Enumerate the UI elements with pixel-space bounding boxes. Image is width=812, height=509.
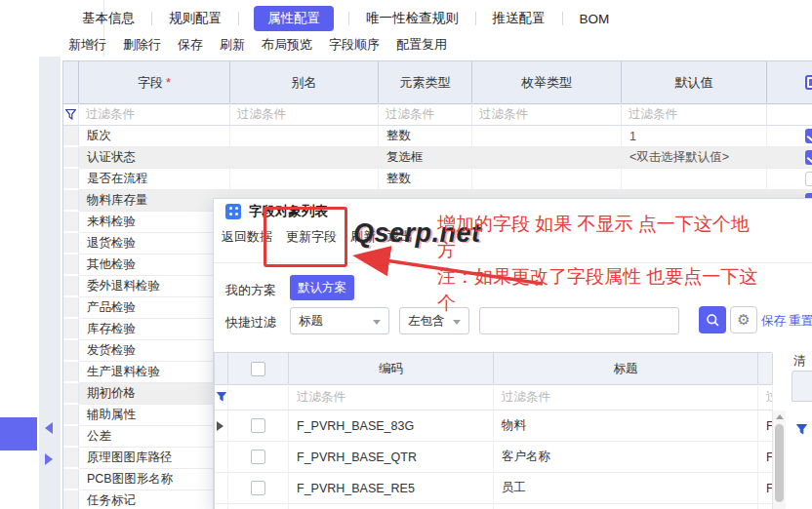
annotation-highlight-box (264, 207, 347, 267)
cell-field: 认证状态 (79, 147, 230, 169)
select-all-checkbox[interactable] (251, 362, 265, 376)
toolbar-item-6[interactable]: 配置复用 (396, 36, 447, 54)
row-indicator-cell (63, 319, 79, 340)
filter-input-code[interactable]: 过滤条件 (289, 384, 494, 411)
cell-field: 委外退料检验 (79, 276, 230, 297)
filter-input-stub: 过 (758, 384, 773, 411)
table-row[interactable]: 版次整数1 (63, 126, 812, 147)
tab-3[interactable]: 唯一性检查规则 (364, 6, 461, 31)
my-plan-label: 我的方案 (225, 282, 276, 299)
row-indicator-cell (63, 254, 79, 276)
tab-bar: 基本信息规则配置属性配置唯一性检查规则推送配置BOM (80, 6, 611, 31)
vertical-scrollbar[interactable] (772, 411, 786, 509)
cell-code: F_PVRH_BASE_RE5 (289, 473, 494, 504)
select-all-checkbox[interactable] (805, 75, 812, 90)
filter-field-select[interactable]: 标题 (290, 307, 389, 334)
cell-field: 任务标记 (79, 490, 230, 509)
default-plan-button[interactable]: 默认方案 (290, 275, 354, 300)
cell-field: 来料检验 (79, 212, 230, 233)
tab-5[interactable]: BOM (578, 8, 612, 30)
scrollbar-thumb[interactable] (775, 424, 784, 502)
toolbar-item-2[interactable]: 保存 (178, 36, 203, 54)
column-header-alias[interactable]: 别名 (230, 61, 379, 104)
row-checkbox[interactable] (251, 481, 265, 495)
filter-input-element-type[interactable]: 过滤条件 (379, 103, 472, 126)
column-header-stub (758, 353, 773, 385)
tab-0[interactable]: 基本信息 (80, 6, 137, 31)
row-indicator-cell (63, 212, 79, 233)
table-row[interactable]: 认证状态复选框<双击选择默认值> (63, 147, 812, 169)
column-header-default-value[interactable]: 默认值 (622, 61, 767, 104)
filter-cell[interactable] (215, 384, 228, 411)
row-checkbox[interactable] (805, 172, 812, 186)
column-header-element-type[interactable]: 元素类型 (379, 61, 472, 104)
cell-empty (215, 504, 228, 509)
toolbar-item-4[interactable]: 布局预览 (262, 36, 312, 54)
cell-checkbox (228, 411, 289, 442)
row-indicator-cell (63, 405, 79, 426)
tab-1[interactable]: 规则配置 (167, 6, 223, 31)
field-list-table: 编码 标题 过滤条件 过滤条件 过 F_PVRH_BASE_83G物料F_IF_… (214, 352, 772, 509)
cell-field: 原理图图库路径 (79, 448, 230, 469)
row-indicator-cell (215, 442, 228, 473)
column-header-title[interactable]: 标题 (494, 353, 758, 385)
header-indicator-cell (63, 61, 79, 104)
current-row-icon (217, 421, 223, 431)
cell-empty (228, 504, 289, 509)
cell-code: F_PVRH_BASE_QTR (289, 442, 494, 473)
cell-field: 辅助属性 (79, 405, 230, 426)
cell-title: 客户名称 (494, 442, 758, 473)
cell-default-value: 1 (622, 126, 767, 147)
header-checkbox-cell[interactable] (228, 353, 289, 385)
table-row[interactable]: F_PVRH_BASE_RE5员工F_I (215, 473, 772, 504)
cell-default-value (622, 169, 767, 190)
cell-stub: F_I (758, 411, 773, 442)
cell-empty (758, 504, 773, 509)
row-indicator-cell (63, 340, 79, 362)
column-label: 枚举类型 (521, 74, 572, 92)
cell-title: 员工 (494, 473, 758, 504)
row-indicator-cell (215, 473, 228, 504)
row-checkbox[interactable] (251, 418, 265, 433)
filter-input-alias[interactable]: 过滤条件 (230, 103, 379, 126)
tab-2[interactable]: 属性配置 (254, 6, 334, 31)
collapse-left-icon[interactable] (45, 422, 53, 434)
column-header-enum-type[interactable]: 枚举类型 (472, 61, 622, 104)
annotation-line: 增加的字段 如果 不显示 点一下这个地 (437, 211, 812, 237)
toolbar-item-5[interactable]: 字段顺序 (329, 36, 380, 54)
cell-default-value: <双击选择默认值> (622, 147, 767, 169)
cell-enum-type (472, 147, 622, 169)
toolbar-item-0[interactable]: 新增行 (68, 36, 106, 54)
cell-visible (767, 169, 812, 190)
filter-input-title[interactable]: 过滤条件 (494, 384, 758, 411)
toolbar-item-1[interactable]: 删除行 (123, 36, 161, 54)
row-checkbox[interactable] (251, 450, 265, 464)
cell-stub: F_I (758, 442, 773, 473)
cell-element-type: 复选框 (379, 147, 472, 169)
tab-4[interactable]: 推送配置 (491, 6, 548, 31)
row-checkbox[interactable] (805, 150, 812, 165)
table-body: F_PVRH_BASE_83G物料F_IF_PVRH_BASE_QTR客户名称F… (215, 411, 772, 509)
column-header-code[interactable]: 编码 (289, 353, 494, 385)
table-row[interactable]: 是否在流程整数 (63, 169, 812, 190)
cell-empty (289, 504, 494, 509)
filter-input-enum-type[interactable]: 过滤条件 (472, 103, 622, 126)
row-indicator-cell (63, 362, 79, 383)
table-row[interactable]: F_PVRH_BASE_83G物料F_I (215, 411, 772, 442)
row-checkbox[interactable] (805, 129, 812, 143)
column-header-field[interactable]: 字段* (79, 61, 230, 104)
scroll-up-icon[interactable] (776, 414, 784, 419)
filter-input-field[interactable]: 过滤条件 (79, 103, 230, 126)
cell-field: 物料库存量 (79, 190, 230, 212)
cell-alias (230, 126, 379, 147)
left-panel-tab[interactable] (0, 417, 37, 450)
expand-right-icon[interactable] (45, 453, 53, 465)
column-header-visible[interactable]: 是 (767, 61, 812, 104)
clear-button[interactable]: 清 (793, 353, 806, 370)
toolbar-item-3[interactable]: 刷新 (220, 36, 245, 54)
filter-cell[interactable] (63, 103, 79, 126)
filter-input-default-value[interactable]: 过滤条件 (622, 103, 767, 126)
cell-code: F_PVRH_BASE_83G (289, 411, 494, 442)
table-row[interactable]: F_PVRH_BASE_QTR客户名称F_I (215, 442, 772, 473)
left-collapse-strip[interactable] (39, 57, 61, 509)
